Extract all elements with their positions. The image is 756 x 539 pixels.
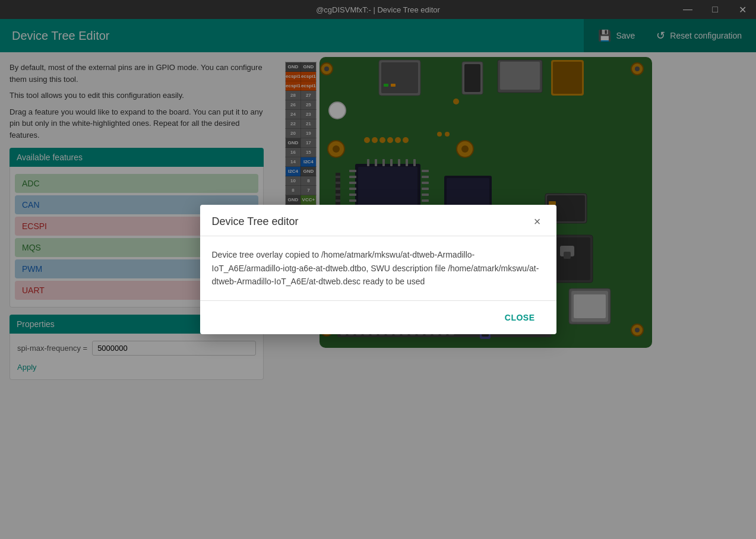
modal-close-button[interactable]: CLOSE <box>495 308 545 327</box>
modal-overlay[interactable]: Device Tree editor × Device tree overlay… <box>0 0 756 539</box>
modal-title: Device Tree editor <box>212 215 299 228</box>
modal-x-button[interactable]: × <box>530 214 545 229</box>
modal-body: Device tree overlay copied to /home/atma… <box>200 236 556 300</box>
modal-dialog: Device Tree editor × Device tree overlay… <box>200 205 556 334</box>
modal-message: Device tree overlay copied to /home/atma… <box>212 248 545 288</box>
modal-header: Device Tree editor × <box>200 205 556 236</box>
modal-footer: CLOSE <box>200 300 556 334</box>
